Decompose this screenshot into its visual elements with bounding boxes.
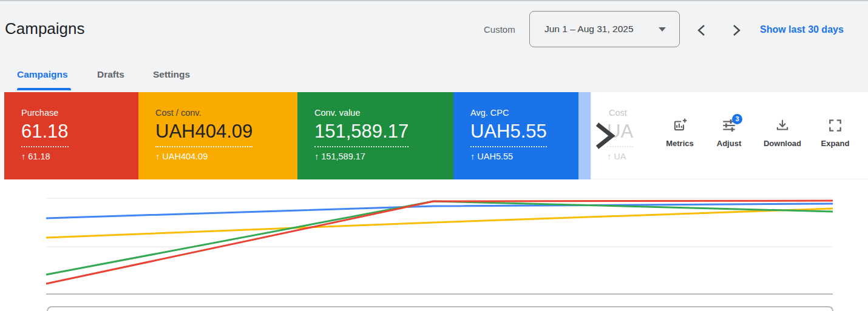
- scorecard-value: UAH5.55: [470, 121, 547, 147]
- download-icon: [775, 118, 790, 133]
- scroll-scorecards-right-button[interactable]: [594, 121, 616, 150]
- scorecard-delta: ↑ UAH5.55: [470, 152, 578, 161]
- scorecard-purchase[interactable]: Purchase 61.18 ↑ 61.18: [4, 92, 138, 179]
- show-last-30-days-link[interactable]: Show last 30 days: [760, 24, 844, 35]
- metrics-button-label: Metrics: [655, 139, 705, 148]
- next-scorecard-edge: [578, 92, 591, 179]
- scorecard-conv-value[interactable]: Conv. value 151,589.17 ↑ 151,589.17: [297, 92, 453, 179]
- metrics-button[interactable]: Metrics: [655, 118, 705, 155]
- performance-trend-chart[interactable]: [0, 182, 868, 311]
- date-range-picker[interactable]: Jun 1 – Aug 31, 2025: [529, 11, 680, 47]
- expand-button-label: Expand: [810, 139, 860, 148]
- scorecard-cost-per-conv[interactable]: Cost / conv. UAH404.09 ↑ UAH404.09: [138, 92, 297, 179]
- tab-campaigns[interactable]: Campaigns: [17, 69, 68, 80]
- tab-drafts[interactable]: Drafts: [97, 69, 124, 80]
- scorecard-value: 151,589.17: [314, 121, 409, 147]
- scorecard-value: UAH404.09: [155, 121, 253, 147]
- scorecard-delta: ↑ UAH404.09: [155, 152, 297, 161]
- scorecard-label: Cost: [609, 108, 633, 118]
- scorecard-label: Cost / conv.: [155, 108, 297, 118]
- adjust-icon: 3: [721, 118, 737, 133]
- next-period-button[interactable]: [730, 24, 742, 37]
- adjust-button[interactable]: 3 Adjust: [704, 118, 754, 155]
- chart-series-cost-conv-: [46, 209, 833, 238]
- previous-period-button[interactable]: [696, 24, 708, 37]
- scorecard-label: Purchase: [21, 108, 138, 118]
- top-bar: Campaigns Campaigns Drafts Settings Cust…: [0, 0, 868, 92]
- date-range-type-label: Custom: [484, 24, 515, 35]
- metrics-icon: [672, 118, 688, 133]
- scorecard-delta: ↑ UA: [607, 152, 633, 161]
- download-button-label: Download: [758, 139, 807, 148]
- tab-settings[interactable]: Settings: [153, 69, 190, 80]
- expand-icon: [827, 118, 843, 133]
- adjust-button-label: Adjust: [704, 139, 754, 148]
- page-title: Campaigns: [5, 19, 85, 38]
- campaigns-table-top-edge: [47, 306, 833, 311]
- download-button[interactable]: Download: [758, 118, 807, 155]
- google-ads-campaigns-screen: Campaigns Campaigns Drafts Settings Cust…: [0, 0, 868, 311]
- scorecard-delta: ↑ 61.18: [21, 152, 138, 161]
- scorecard-delta: ↑ 151,589.17: [314, 152, 453, 161]
- scorecard-label: Conv. value: [314, 108, 453, 118]
- date-range-value: Jun 1 – Aug 31, 2025: [544, 24, 634, 35]
- expand-button[interactable]: Expand: [810, 118, 860, 155]
- adjust-badge-count: 3: [732, 114, 742, 124]
- active-tab-underline: [17, 88, 71, 90]
- chart-series-avg-cpc: [46, 204, 833, 218]
- scorecard-avg-cpc[interactable]: Avg. CPC UAH5.55 ↑ UAH5.55: [453, 92, 578, 179]
- scorecard-label: Avg. CPC: [470, 108, 578, 118]
- chevron-down-icon: [659, 27, 666, 32]
- scorecard-value: 61.18: [21, 121, 69, 147]
